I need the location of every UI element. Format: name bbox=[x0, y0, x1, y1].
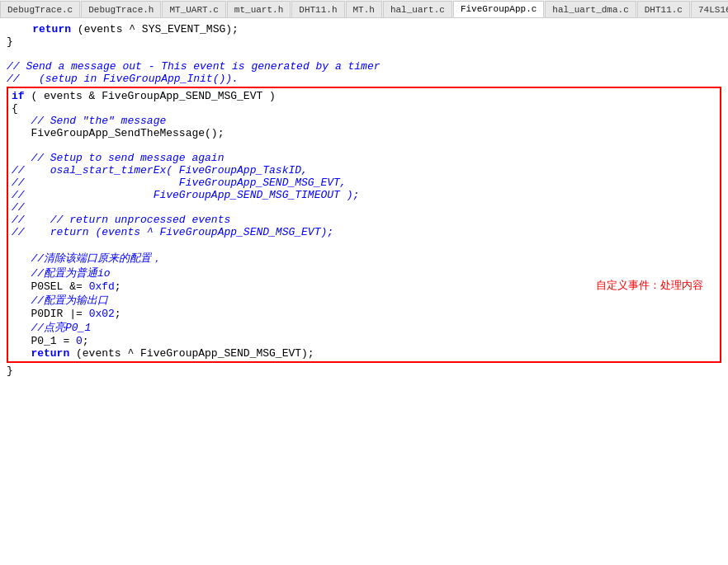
code-area[interactable]: return (events ^ SYS_EVENT_MSG); } // Se… bbox=[0, 18, 728, 565]
tab-mt-uart-h[interactable]: mt_uart.h bbox=[227, 1, 291, 17]
tab-mt-h[interactable]: MT.h bbox=[346, 1, 382, 17]
tab-debugtrace-h[interactable]: DebugTrace.h bbox=[81, 1, 161, 17]
code-content: return (events ^ SYS_EVENT_MSG); } // Se… bbox=[7, 23, 721, 85]
tab-debugtrace-c[interactable]: DebugTrace.c bbox=[0, 1, 80, 17]
tab-74ls164-8led-c[interactable]: 74LS164_8LED.c bbox=[691, 1, 728, 17]
tab-fivegroupapp-c[interactable]: FiveGroupApp.c bbox=[453, 1, 544, 17]
tab-bar: DebugTrace.c DebugTrace.h MT_UART.c mt_u… bbox=[0, 0, 728, 18]
code-after: } bbox=[7, 365, 721, 377]
highlighted-block: if ( events & FiveGroupApp_SEND_MSG_EVT … bbox=[7, 87, 721, 363]
tab-dht11-h[interactable]: DHT11.h bbox=[291, 1, 344, 17]
tab-hal-uart-c[interactable]: hal_uart.c bbox=[383, 1, 452, 17]
highlighted-code: if ( events & FiveGroupApp_SEND_MSG_EVT … bbox=[12, 90, 716, 360]
tab-hal-uart-dma-c[interactable]: hal_uart_dma.c bbox=[545, 1, 636, 17]
tab-dht11-c[interactable]: DHT11.c bbox=[637, 1, 690, 17]
annotation-text: 自定义事件：处理内容 bbox=[596, 278, 703, 293]
tab-mt-uart-c[interactable]: MT_UART.c bbox=[162, 1, 225, 17]
